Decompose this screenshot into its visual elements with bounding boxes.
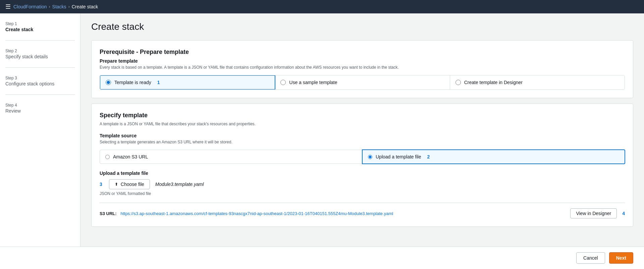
breadcrumb-current: Create stack xyxy=(72,4,98,9)
radio-upload-file-label: Upload a template file xyxy=(376,154,421,159)
radio-amazon-s3[interactable]: Amazon S3 URL xyxy=(100,150,362,164)
view-in-designer-button[interactable]: View in Designer xyxy=(570,208,617,218)
step-4-title: Review xyxy=(5,108,75,114)
radio-upload-file[interactable]: Upload a template file 2 xyxy=(362,149,625,164)
radio-template-ready[interactable]: Template is ready 1 xyxy=(100,75,275,90)
step-3-title: Configure stack options xyxy=(5,81,75,86)
upload-icon: ⬆ xyxy=(115,182,118,187)
s3-label: S3 URL: xyxy=(100,211,117,216)
prepare-template-section-label: Prepare template xyxy=(100,58,625,64)
annotation-4: 4 xyxy=(622,211,625,216)
step-2-label: Step 2 xyxy=(5,49,75,53)
sidebar: Step 1 Create stack Step 2 Specify stack… xyxy=(0,13,80,269)
specify-template-card-title: Specify template xyxy=(100,112,625,119)
radio-create-designer-input[interactable] xyxy=(455,80,461,85)
s3-url-text: S3 URL: https://s3.ap-southeast-1.amazon… xyxy=(100,211,393,216)
sidebar-step-3: Step 3 Configure stack options xyxy=(5,76,75,95)
sidebar-step-4: Step 4 Review xyxy=(5,103,75,122)
step-2-title: Specify stack details xyxy=(5,54,75,59)
prepare-template-radio-group: Template is ready 1 Use a sample templat… xyxy=(100,75,625,90)
step-3-label: Step 3 xyxy=(5,76,75,80)
menu-icon[interactable]: ☰ xyxy=(5,3,11,10)
radio-sample-template-input[interactable] xyxy=(280,80,286,85)
annotation-3: 3 xyxy=(100,182,102,187)
next-button[interactable]: Next xyxy=(609,252,633,264)
breadcrumb: CloudFormation › Stacks › Create stack xyxy=(13,4,98,9)
choose-file-label: Choose file xyxy=(121,182,144,187)
breadcrumb-sep-1: › xyxy=(49,4,50,9)
specify-template-card: Specify template A template is a JSON or… xyxy=(91,104,633,227)
sidebar-step-2: Step 2 Specify stack details xyxy=(5,49,75,68)
template-source-label: Template source xyxy=(100,133,625,138)
annotation-2: 2 xyxy=(427,154,430,159)
sidebar-step-1: Step 1 Create stack xyxy=(5,21,75,41)
footer: Cancel Next xyxy=(0,247,644,269)
s3-url-row: S3 URL: https://s3.ap-southeast-1.amazon… xyxy=(100,203,625,218)
s3-url-link[interactable]: https://s3.ap-southeast-1.amazonaws.com/… xyxy=(120,211,393,216)
view-designer-wrapper: View in Designer 4 xyxy=(565,208,625,218)
source-radio-group: Amazon S3 URL Upload a template file 2 xyxy=(100,150,625,164)
cancel-button[interactable]: Cancel xyxy=(576,252,605,264)
main-content: Create stack Prerequisite - Prepare temp… xyxy=(80,13,644,269)
page-layout: Step 1 Create stack Step 2 Specify stack… xyxy=(0,13,644,269)
step-4-label: Step 4 xyxy=(5,103,75,108)
annotation-1: 1 xyxy=(157,80,160,85)
file-name: Module3.template.yaml xyxy=(155,182,204,187)
step-1-title: Create stack xyxy=(5,27,75,32)
template-source-desc: Selecting a template generates an Amazon… xyxy=(100,140,625,144)
breadcrumb-stacks[interactable]: Stacks xyxy=(52,4,66,9)
radio-create-designer[interactable]: Create template in Designer xyxy=(450,75,625,89)
specify-template-card-desc: A template is a JSON or YAML file that d… xyxy=(100,122,625,126)
radio-sample-template[interactable]: Use a sample template xyxy=(275,75,450,89)
radio-create-designer-label: Create template in Designer xyxy=(464,80,523,85)
prepare-template-card: Prerequisite - Prepare template Prepare … xyxy=(91,40,633,98)
radio-amazon-s3-input[interactable] xyxy=(105,155,110,159)
breadcrumb-sep-2: › xyxy=(68,4,70,9)
prepare-template-card-title: Prerequisite - Prepare template xyxy=(100,49,625,56)
radio-sample-template-label: Use a sample template xyxy=(289,80,337,85)
radio-amazon-s3-label: Amazon S3 URL xyxy=(113,154,148,159)
breadcrumb-cloudformation[interactable]: CloudFormation xyxy=(13,4,47,9)
radio-template-ready-label: Template is ready xyxy=(114,80,151,85)
radio-template-ready-input[interactable] xyxy=(106,80,111,85)
choose-file-button[interactable]: ⬆ Choose file xyxy=(109,179,150,189)
page-title: Create stack xyxy=(91,21,633,32)
radio-upload-file-input[interactable] xyxy=(368,155,372,159)
prepare-template-section-desc: Every stack is based on a template. A te… xyxy=(100,65,625,70)
upload-label: Upload a template file xyxy=(100,171,625,176)
file-hint: JSON or YAML formatted file xyxy=(100,191,625,196)
upload-section: Upload a template file 3 ⬆ Choose file M… xyxy=(100,171,625,196)
step-1-label: Step 1 xyxy=(5,21,75,26)
upload-row: 3 ⬆ Choose file Module3.template.yaml xyxy=(100,179,625,189)
top-nav: ☰ CloudFormation › Stacks › Create stack xyxy=(0,0,644,13)
